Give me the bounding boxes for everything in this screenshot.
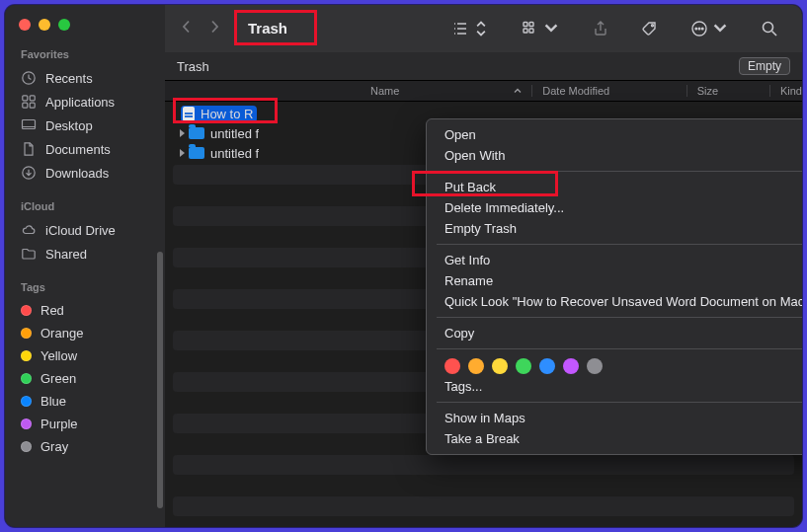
svg-rect-1: [23, 96, 28, 101]
close-window-button[interactable]: [19, 19, 31, 31]
sidebar-item-icloud-drive[interactable]: iCloud Drive: [5, 218, 165, 242]
menu-separator: [437, 402, 802, 403]
menu-item-label: Show in Maps: [444, 411, 525, 425]
window-title: Trash: [240, 18, 295, 39]
sidebar-item-label: Green: [40, 371, 76, 386]
shared-folder-icon: [21, 246, 37, 262]
column-date-modified[interactable]: Date Modified: [531, 85, 686, 97]
menu-item-label: Rename: [444, 273, 493, 288]
menu-item-show-in-maps[interactable]: Show in Maps: [427, 408, 802, 428]
sidebar-item-applications[interactable]: Applications: [5, 90, 165, 114]
column-label: Date Modified: [542, 85, 609, 97]
menu-item-delete-immediately[interactable]: Delete Immediately...: [427, 197, 802, 218]
menu-item-put-back[interactable]: Put Back: [427, 177, 802, 197]
tag-color-blue[interactable]: [539, 358, 555, 374]
menu-item-label: Quick Look "How to Recover Unsaved Word …: [444, 294, 802, 309]
sidebar-item-desktop[interactable]: Desktop: [5, 114, 165, 137]
sidebar-item-label: Gray: [40, 439, 68, 454]
column-label: Name: [370, 85, 399, 97]
menu-item-label: Delete Immediately...: [444, 200, 564, 215]
minimize-window-button[interactable]: [39, 19, 50, 31]
sidebar: Favorites Recents Applications Desktop D…: [5, 5, 165, 527]
cloud-icon: [21, 222, 37, 238]
menu-item-get-info[interactable]: Get Info: [427, 250, 802, 270]
sidebar-item-label: Recents: [45, 71, 93, 86]
menu-item-quick-look[interactable]: Quick Look "How to Recover Unsaved Word …: [427, 291, 802, 312]
toolbar: Trash: [165, 5, 802, 52]
column-size[interactable]: Size: [686, 85, 769, 97]
svg-rect-8: [529, 23, 533, 27]
menu-tag-colors: [427, 354, 802, 376]
disclosure-triangle-icon[interactable]: [175, 129, 189, 137]
sidebar-tag-orange[interactable]: Orange: [5, 322, 165, 344]
sidebar-item-label: Blue: [40, 394, 66, 409]
tag-color-purple[interactable]: [563, 358, 579, 374]
menu-item-take-a-break[interactable]: Take a Break: [427, 428, 802, 449]
sidebar-item-downloads[interactable]: Downloads: [5, 161, 165, 185]
download-icon: [21, 165, 37, 181]
tags-button[interactable]: [631, 15, 669, 42]
sidebar-scrollbar[interactable]: [157, 252, 163, 508]
pathbar: Trash Empty: [165, 52, 802, 80]
sidebar-item-recents[interactable]: Recents: [5, 66, 165, 90]
forward-button[interactable]: [208, 20, 220, 38]
context-menu: Open Open With Put Back Delete Immediate…: [426, 118, 802, 455]
sidebar-tag-purple[interactable]: Purple: [5, 413, 165, 435]
file-name: How to R: [201, 107, 253, 121]
tag-dot-icon: [21, 396, 32, 407]
sidebar-item-label: Purple: [40, 417, 78, 431]
empty-trash-button[interactable]: Empty: [739, 57, 790, 75]
sidebar-tag-red[interactable]: Red: [5, 299, 165, 322]
menu-separator: [437, 348, 802, 349]
menu-item-label: Copy: [444, 326, 474, 341]
menu-item-copy[interactable]: Copy: [427, 323, 802, 343]
tag-dot-icon: [21, 373, 32, 384]
search-button[interactable]: [751, 15, 788, 42]
zoom-window-button[interactable]: [58, 19, 70, 31]
folder-icon: [189, 127, 204, 139]
document-file-icon: [183, 107, 195, 121]
menu-item-tags[interactable]: Tags...: [427, 376, 802, 397]
sort-ascending-icon: [514, 85, 522, 97]
clock-icon: [21, 70, 37, 86]
group-by-button[interactable]: [512, 15, 570, 42]
file-name: untitled f: [210, 146, 259, 161]
column-name[interactable]: Name: [370, 85, 531, 97]
sidebar-tag-blue[interactable]: Blue: [5, 390, 165, 413]
sidebar-item-documents[interactable]: Documents: [5, 137, 165, 161]
sidebar-item-label: Shared: [45, 247, 87, 262]
app-grid-icon: [21, 94, 37, 110]
menu-item-empty-trash[interactable]: Empty Trash: [427, 218, 802, 239]
desktop-icon: [21, 117, 37, 133]
sidebar-item-shared[interactable]: Shared: [5, 242, 165, 266]
share-button[interactable]: [582, 15, 619, 42]
sidebar-item-label: Downloads: [45, 166, 109, 181]
menu-item-label: Open With: [444, 148, 505, 163]
svg-point-13: [695, 28, 697, 30]
column-kind[interactable]: Kind: [769, 85, 802, 97]
sidebar-tag-gray[interactable]: Gray: [5, 435, 165, 458]
menu-item-rename[interactable]: Rename: [427, 270, 802, 291]
menu-item-open[interactable]: Open: [427, 124, 802, 145]
tag-color-green[interactable]: [516, 358, 531, 374]
window-title-text: Trash: [248, 20, 287, 37]
view-list-button[interactable]: [442, 15, 500, 42]
sidebar-tag-green[interactable]: Green: [5, 367, 165, 390]
tag-dot-icon: [21, 441, 32, 452]
more-button[interactable]: [681, 15, 739, 42]
sidebar-item-label: Orange: [40, 326, 83, 341]
tag-color-yellow[interactable]: [492, 358, 508, 374]
sidebar-item-label: Yellow: [40, 348, 77, 363]
tag-color-gray[interactable]: [587, 358, 603, 374]
disclosure-triangle-icon[interactable]: [175, 149, 189, 157]
sidebar-section-label: Tags: [5, 281, 165, 299]
tag-dot-icon: [21, 305, 32, 316]
sidebar-tag-yellow[interactable]: Yellow: [5, 344, 165, 367]
svg-rect-2: [30, 96, 35, 101]
column-label: Size: [697, 85, 718, 97]
sidebar-item-label: Desktop: [45, 118, 93, 133]
menu-item-open-with[interactable]: Open With: [427, 145, 802, 166]
tag-color-orange[interactable]: [468, 358, 484, 374]
tag-color-red[interactable]: [444, 358, 460, 374]
back-button[interactable]: [181, 20, 193, 38]
